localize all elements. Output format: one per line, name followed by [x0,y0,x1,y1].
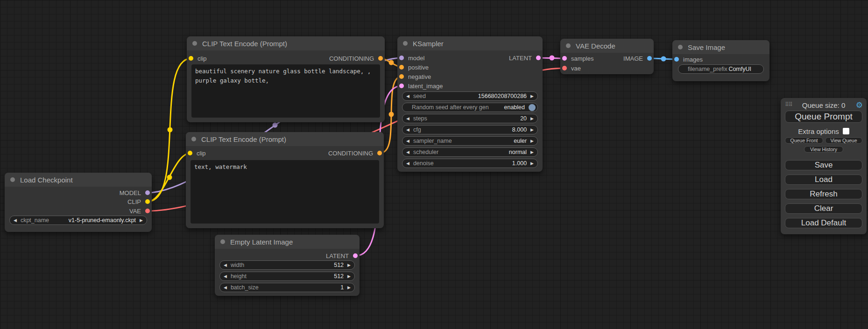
prompt-textarea[interactable]: text, watermark [191,160,379,224]
port-vae-icon[interactable] [145,209,150,213]
filename-prefix-widget[interactable]: filename_prefix ComfyUI [678,64,764,74]
gear-icon[interactable]: ⚙ [856,100,863,110]
load-default-button[interactable]: Load Default [785,218,862,228]
output-slot-vae[interactable]: VAE [129,207,150,215]
node-save-image[interactable]: Save Image images filename_prefix ComfyU… [672,40,769,81]
link-dot[interactable] [389,112,394,117]
cfg-widget[interactable]: ◀ cfg 8.000 ▶ [402,125,538,134]
port-image-icon[interactable] [674,57,679,62]
output-slot-conditioning[interactable]: CONDITIONING [329,54,383,63]
node-title-bar[interactable]: CLIP Text Encode (Prompt) [187,36,385,50]
decrement-arrow-icon[interactable]: ◀ [224,286,227,290]
port-conditioning-icon[interactable] [378,56,383,61]
decrement-arrow-icon[interactable]: ◀ [224,274,227,279]
link-dot[interactable] [168,127,173,133]
link-dot[interactable] [550,56,555,61]
node-title-bar[interactable]: KSampler [397,36,543,50]
height-widget[interactable]: ◀ height 512 ▶ [219,272,355,281]
input-slot-negative[interactable]: negative [399,72,431,81]
node-vae-decode[interactable]: VAE Decode samples vae IMAGE [560,39,654,74]
port-clip-icon[interactable] [189,56,193,61]
node-graph-canvas[interactable]: Load Checkpoint MODEL CLIP VAE ◀ ckpt_na… [0,0,868,329]
view-queue-button[interactable]: View Queue [825,137,862,144]
decrement-arrow-icon[interactable]: ◀ [406,94,409,98]
steps-widget[interactable]: ◀ steps 20 ▶ [402,114,538,123]
input-slot-positive[interactable]: positive [399,63,429,71]
port-vae-icon[interactable] [562,66,567,70]
link-dot[interactable] [273,123,278,128]
load-button[interactable]: Load [785,175,862,185]
increment-arrow-icon[interactable]: ▶ [140,218,143,223]
port-image-icon[interactable] [647,56,652,61]
input-slot-model[interactable]: model [399,54,424,62]
port-latent-icon[interactable] [399,84,404,88]
port-model-icon[interactable] [145,190,150,195]
refresh-button[interactable]: Refresh [785,189,862,199]
seed-widget[interactable]: ◀ seed 156680208700286 ▶ [402,91,538,101]
increment-arrow-icon[interactable]: ▶ [530,161,534,166]
increment-arrow-icon[interactable]: ▶ [530,128,534,132]
random-seed-toggle-widget[interactable]: Random seed after every gen enabled [402,103,538,112]
input-slot-vae[interactable]: vae [562,64,581,72]
denoise-widget[interactable]: ◀ denoise 1.000 ▶ [402,159,538,168]
prompt-textarea[interactable]: beautiful scenery nature glass bottle la… [191,64,380,118]
port-clip-icon[interactable] [145,199,150,204]
input-slot-images[interactable]: images [674,55,703,63]
node-title-bar[interactable]: Load Checkpoint [5,173,152,187]
output-slot-model[interactable]: MODEL [120,189,150,197]
decrement-arrow-icon[interactable]: ◀ [224,263,227,267]
port-conditioning-icon[interactable] [399,74,404,79]
decrement-arrow-icon[interactable]: ◀ [406,117,409,121]
view-history-button[interactable]: View History [804,146,843,153]
node-title-bar[interactable]: Save Image [672,40,769,54]
output-slot-clip[interactable]: CLIP [127,197,150,206]
node-empty-latent-image[interactable]: Empty Latent Image LATENT ◀ width 512 ▶ … [215,235,360,296]
output-slot-latent[interactable]: LATENT [326,252,358,260]
decrement-arrow-icon[interactable]: ◀ [406,161,409,166]
node-clip-text-encode-positive[interactable]: CLIP Text Encode (Prompt) clip CONDITION… [187,36,385,122]
output-slot-conditioning[interactable]: CONDITIONING [328,149,382,157]
node-title-bar[interactable]: Empty Latent Image [215,235,360,249]
port-conditioning-icon[interactable] [399,65,404,70]
toggle-knob[interactable] [529,104,536,111]
queue-front-button[interactable]: Queue Front [785,137,823,144]
queue-prompt-button[interactable]: Queue Prompt [785,111,862,123]
node-title-bar[interactable]: CLIP Text Encode (Prompt) [186,132,384,146]
decrement-arrow-icon[interactable]: ◀ [14,218,17,223]
clear-button[interactable]: Clear [785,203,862,214]
increment-arrow-icon[interactable]: ▶ [347,286,351,290]
decrement-arrow-icon[interactable]: ◀ [406,128,409,132]
output-slot-latent[interactable]: LATENT [509,54,541,62]
increment-arrow-icon[interactable]: ▶ [530,139,534,143]
ckpt-name-widget[interactable]: ◀ ckpt_name v1-5-pruned-emaonly.ckpt ▶ [9,216,147,225]
link-dot[interactable] [661,56,666,62]
save-button[interactable]: Save [785,160,862,170]
node-clip-text-encode-negative[interactable]: CLIP Text Encode (Prompt) clip CONDITION… [186,132,384,228]
port-clip-icon[interactable] [188,151,192,155]
batch-size-widget[interactable]: ◀ batch_size 1 ▶ [219,283,355,292]
decrement-arrow-icon[interactable]: ◀ [406,150,409,154]
link-dot[interactable] [389,60,394,65]
port-latent-icon[interactable] [353,253,358,258]
input-slot-clip[interactable]: clip [188,149,206,157]
extra-options-checkbox[interactable] [843,128,849,134]
increment-arrow-icon[interactable]: ▶ [530,94,534,98]
input-slot-latent-image[interactable]: latent_image [399,82,443,90]
port-latent-icon[interactable] [562,56,567,61]
increment-arrow-icon[interactable]: ▶ [347,263,351,267]
increment-arrow-icon[interactable]: ▶ [530,150,534,154]
port-conditioning-icon[interactable] [377,151,382,155]
increment-arrow-icon[interactable]: ▶ [530,117,534,121]
input-slot-samples[interactable]: samples [562,54,593,63]
scheduler-widget[interactable]: ◀ scheduler normal ▶ [402,147,538,157]
increment-arrow-icon[interactable]: ▶ [347,274,351,279]
width-widget[interactable]: ◀ width 512 ▶ [219,260,355,270]
node-title-bar[interactable]: VAE Decode [560,39,654,53]
node-ksampler[interactable]: KSampler model positive negative latent_… [397,36,543,172]
link-dot[interactable] [167,175,172,180]
port-latent-icon[interactable] [536,56,541,60]
node-load-checkpoint[interactable]: Load Checkpoint MODEL CLIP VAE ◀ ckpt_na… [5,173,152,232]
output-slot-image[interactable]: IMAGE [623,54,652,63]
input-slot-clip[interactable]: clip [189,54,207,63]
sampler-name-widget[interactable]: ◀ sampler_name euler ▶ [402,136,538,146]
